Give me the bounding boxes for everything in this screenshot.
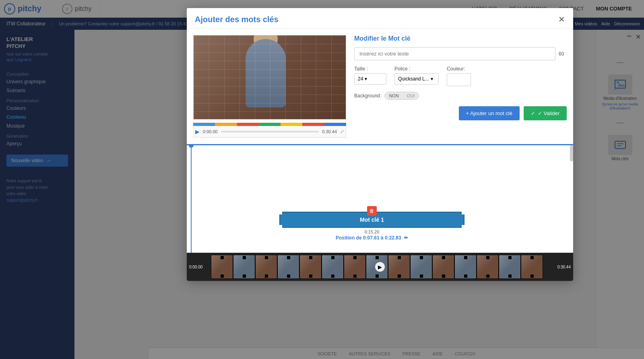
scrollbar-thumb[interactable]	[570, 145, 573, 161]
film-frame-0	[211, 255, 233, 279]
taille-label: Taille :	[354, 66, 386, 72]
modal-close-btn[interactable]: ✕	[558, 14, 565, 24]
keyword-delete-btn[interactable]: 🗑	[367, 206, 377, 216]
keyword-position: Position de 0:07.61 à 0:22.83 ✏	[279, 235, 464, 241]
play-button[interactable]: ▶	[195, 128, 200, 135]
timeline-seg-2	[237, 123, 259, 126]
edit-panel: Modifier le Mot clé 60 Taille : 24 ▾ Pol…	[354, 35, 567, 138]
film-frame-12	[477, 255, 499, 279]
position-edit-icon[interactable]: ✏	[404, 235, 408, 241]
props-row: Taille : 24 ▾ Police : Quicksand L... ▾ …	[354, 66, 567, 86]
taille-select[interactable]: 24 ▾	[354, 73, 386, 85]
edit-panel-title: Modifier le Mot clé	[354, 35, 567, 42]
filmstrip-play-btn[interactable]: ▶	[375, 262, 385, 272]
current-time: 0:00.00	[203, 129, 218, 134]
resize-handle-tl[interactable]	[278, 210, 282, 215]
film-frame-10	[432, 255, 454, 279]
resize-handle-br[interactable]	[462, 225, 466, 229]
action-row: + Ajouter un mot clé ✓ ✓ Valider	[354, 106, 567, 120]
video-grid-overlay	[194, 35, 346, 119]
film-frame-5	[322, 255, 344, 279]
film-frame-1	[233, 255, 255, 279]
couleur-picker[interactable]	[447, 73, 471, 86]
keyword-time: 0:15.20	[279, 229, 464, 234]
couleur-label: Couleur:	[447, 66, 471, 72]
timeline-scroll[interactable]: 🗑 Mot clé 1 0:15.20 Position de 0:07.61 …	[187, 145, 573, 281]
modal-ajouter-mots-cles: Ajouter des mots clés ✕	[187, 8, 573, 281]
film-frame-8	[388, 255, 410, 279]
filmstrip-section: 0:00.00 ▶	[187, 253, 573, 281]
modal-title: Ajouter des mots clés	[195, 15, 279, 24]
validate-btn[interactable]: ✓ ✓ Valider	[524, 106, 567, 120]
timeline-seg-6	[324, 123, 346, 126]
position-end: 0:22.83	[385, 235, 401, 241]
film-frame-11	[454, 255, 477, 279]
video-frame	[193, 35, 346, 120]
film-frame-13	[499, 255, 521, 279]
timeline-seg-5	[302, 123, 324, 126]
modal-header: Ajouter des mots clés ✕	[187, 8, 573, 29]
film-frame-2	[255, 255, 277, 279]
timeline-seg-0	[193, 123, 215, 126]
police-chevron: ▾	[431, 76, 433, 82]
police-select[interactable]: Quicksand L... ▾	[394, 73, 439, 85]
film-frame-6	[344, 255, 366, 279]
police-label: Police :	[394, 66, 439, 72]
police-group: Police : Quicksand L... ▾	[394, 66, 439, 85]
position-label: Position de	[336, 235, 362, 241]
police-value: Quicksand L...	[398, 76, 429, 82]
checkmark-icon: ✓	[531, 110, 535, 116]
film-frame-9	[410, 255, 432, 279]
progress-bar[interactable]	[221, 131, 319, 132]
taille-value: 24	[358, 76, 363, 82]
char-count: 60	[559, 51, 567, 57]
timeline-section: 🗑 Mot clé 1 0:15.20 Position de 0:07.61 …	[187, 144, 573, 281]
end-time: 0:30.44	[322, 129, 337, 134]
position-start: 0:07.61	[363, 235, 380, 241]
marker-head	[189, 145, 194, 148]
timeline-seg-4	[281, 123, 302, 126]
position-separator: à	[381, 235, 385, 241]
resize-handle-bl[interactable]	[278, 225, 282, 229]
resize-handle-tr[interactable]	[462, 210, 466, 215]
timeline-seg-1	[215, 123, 237, 126]
validate-label: ✓ Valider	[538, 110, 559, 116]
couleur-group: Couleur:	[447, 66, 471, 86]
toggle-oui[interactable]: OUI	[403, 92, 419, 99]
expand-btn[interactable]: ⤢	[340, 129, 344, 134]
taille-chevron: ▾	[365, 76, 367, 82]
filmstrip-time-right: 0:30.44	[549, 265, 573, 269]
color-timeline	[193, 123, 346, 126]
bg-toggle: NON OUI	[384, 92, 419, 100]
filmstrip-time-left: 0:00.00	[187, 265, 211, 269]
toggle-non[interactable]: NON	[385, 92, 402, 99]
add-keyword-btn[interactable]: + Ajouter un mot clé	[459, 106, 520, 120]
text-input-row: 60	[354, 47, 567, 60]
keyword-block[interactable]: 🗑 Mot clé 1 0:15.20 Position de 0:07.61 …	[279, 212, 464, 241]
modal-body: ▶ 0:00.00 0:30.44 ⤢ Modifier le Mot clé …	[187, 29, 573, 144]
keyword-text-input[interactable]	[354, 47, 555, 60]
timeline-seg-3	[259, 123, 281, 126]
keyword-label: Mot clé 1	[360, 217, 384, 223]
taille-group: Taille : 24 ▾	[354, 66, 386, 85]
bg-row: Background: NON OUI	[354, 92, 567, 100]
film-frame-3	[277, 255, 299, 279]
video-preview: ▶ 0:00.00 0:30.44 ⤢	[193, 35, 346, 138]
timeline-marker[interactable]	[191, 145, 192, 253]
video-controls: ▶ 0:00.00 0:30.44 ⤢	[193, 126, 346, 138]
background-label: Background:	[354, 93, 381, 99]
film-frame-4	[299, 255, 322, 279]
film-frame-14	[521, 255, 543, 279]
